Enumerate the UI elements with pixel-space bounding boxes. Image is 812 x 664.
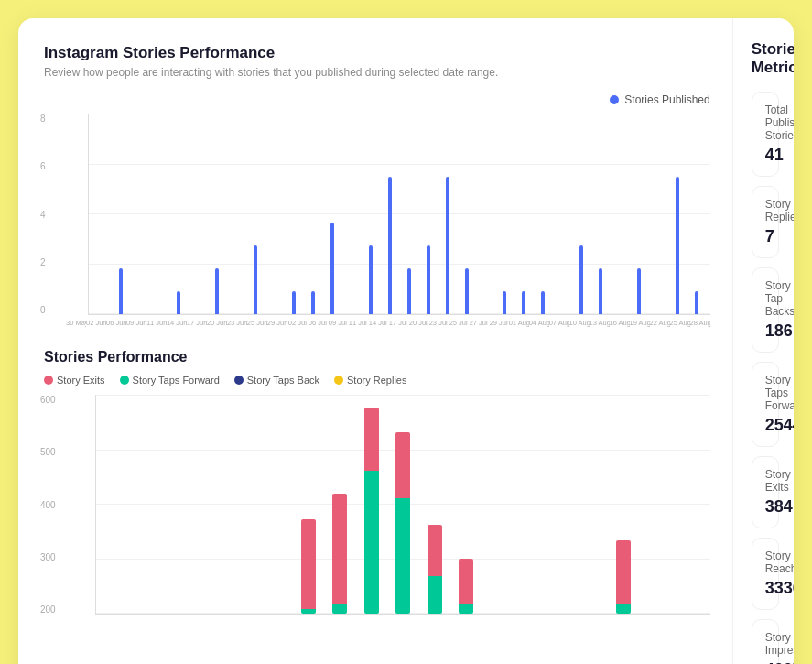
top-bar — [676, 177, 679, 314]
top-bar — [292, 291, 296, 314]
top-x-label: 30 May — [66, 319, 86, 327]
metric-card: Story Replies7 — [752, 186, 779, 258]
top-x-label: 14 Jun — [167, 319, 187, 327]
bar-segment-taps-fwd — [301, 609, 316, 614]
bar-segment-taps-fwd — [364, 471, 379, 614]
top-x-label: 11 Jun — [146, 319, 167, 327]
top-chart-legend: Stories Published — [44, 93, 710, 106]
top-x-label: 29 Jul — [489, 319, 509, 327]
bar-segment-exits — [616, 540, 631, 604]
top-bar — [215, 268, 219, 314]
top-chart-area — [88, 114, 710, 315]
top-bar-item — [457, 268, 476, 314]
metric-card: Story Taps Forward2544 — [752, 362, 779, 447]
top-bar — [579, 245, 583, 314]
top-legend-label: Stories Published — [624, 93, 709, 106]
top-bar-item — [630, 268, 649, 314]
top-bar-item — [361, 245, 380, 314]
top-bar — [119, 268, 123, 314]
top-bar-item — [303, 291, 322, 314]
top-bar-item — [399, 268, 418, 314]
top-x-label: 20 Jul — [408, 319, 428, 327]
top-x-label: 25 Jun — [247, 319, 267, 327]
top-x-label: 09 Jul — [328, 319, 348, 327]
top-bar-item — [285, 291, 304, 314]
top-x-label: 19 Aug — [630, 319, 650, 327]
top-bar — [369, 245, 373, 314]
top-x-label: 22 Aug — [650, 319, 670, 327]
stacked-bar-group — [611, 540, 636, 615]
top-x-label: 29 Jun — [267, 319, 287, 327]
bar-segment-exits — [428, 525, 442, 575]
stacked-bar-group — [359, 408, 384, 614]
perf-legend-dot — [44, 376, 53, 385]
top-x-labels: 30 May02 Jun06 Jun09 Jun11 Jun14 Jun17 J… — [66, 319, 710, 327]
perf-legend-dot — [120, 376, 129, 385]
top-bar-item — [514, 291, 534, 314]
metric-card: Story Reach3336 — [752, 538, 779, 610]
top-bar — [541, 291, 545, 314]
top-x-label: 06 Jun — [106, 319, 126, 327]
top-x-label: 17 Jul — [388, 319, 408, 327]
stacked-bar-group — [390, 432, 416, 614]
bar-segment-taps-fwd — [332, 604, 347, 615]
stacked-bar-wrapper — [301, 519, 316, 614]
top-x-label: 01 Aug — [509, 319, 529, 327]
metric-card: Story Exits384 — [752, 456, 779, 528]
top-x-label: 27 Jul — [469, 319, 489, 327]
top-bar — [695, 291, 698, 314]
top-x-label: 09 Jun — [126, 319, 146, 327]
perf-legend-label: Story Exits — [57, 375, 105, 386]
perf-legend-item: Story Replies — [334, 375, 406, 386]
top-bar-item — [438, 177, 457, 314]
bar-segment-taps-fwd — [428, 576, 442, 614]
stacked-bar-group — [296, 519, 321, 614]
perf-legend-dot — [234, 376, 244, 385]
top-bar — [522, 291, 525, 314]
metrics-list: Total Published Stories41Story Replies7S… — [752, 92, 775, 664]
top-x-label: 25 Aug — [670, 319, 690, 327]
top-bar-item — [112, 268, 131, 314]
perf-legend-dot — [334, 376, 343, 385]
top-bar — [599, 268, 602, 314]
top-bar-item — [418, 245, 438, 314]
top-bar — [254, 245, 257, 314]
stacked-bar-group — [453, 559, 479, 614]
top-bar-item — [668, 177, 687, 314]
perf-chart-area — [95, 395, 710, 615]
bar-segment-exits — [364, 408, 379, 471]
bar-segment-exits — [332, 494, 347, 604]
main-card: Instagram Stories Performance Review how… — [18, 18, 794, 664]
top-bar — [427, 245, 430, 314]
top-x-label: 10 Aug — [569, 319, 590, 327]
perf-legend-item: Story Taps Back — [234, 375, 319, 386]
bar-segment-taps-fwd — [395, 498, 410, 615]
perf-legend-item: Story Exits — [44, 375, 105, 386]
perf-legend-label: Story Taps Forward — [133, 375, 220, 386]
top-bar-item — [246, 245, 265, 314]
stacked-bar-wrapper — [364, 408, 379, 614]
top-bar-item — [380, 177, 399, 314]
perf-legend: Story ExitsStory Taps ForwardStory Taps … — [44, 375, 710, 386]
top-section-title: Instagram Stories Performance — [44, 44, 710, 62]
top-bar-item — [534, 291, 553, 314]
perf-bars — [96, 395, 710, 614]
bar-segment-exits — [395, 432, 410, 497]
bar-segment-exits — [459, 559, 473, 603]
top-bar-item — [572, 245, 591, 314]
top-bar-item — [208, 268, 227, 314]
bottom-chart-section: Stories Performance Story ExitsStory Tap… — [44, 349, 710, 615]
top-x-label: 02 Jun — [86, 319, 106, 327]
top-bar — [407, 268, 411, 314]
perf-legend-item: Story Taps Forward — [120, 375, 220, 386]
top-x-label: 25 Jul — [449, 319, 469, 327]
top-x-label: 20 Jun — [207, 319, 227, 327]
stacked-bar-wrapper — [428, 525, 442, 614]
top-bar-item — [687, 291, 707, 314]
top-bars — [89, 114, 710, 314]
top-x-label: 11 Jul — [348, 319, 368, 327]
top-x-label: 16 Aug — [610, 319, 630, 327]
top-x-label: 04 Aug — [529, 319, 549, 327]
left-panel: Instagram Stories Performance Review how… — [18, 18, 733, 664]
metrics-title: Stories Metrics — [752, 40, 775, 77]
